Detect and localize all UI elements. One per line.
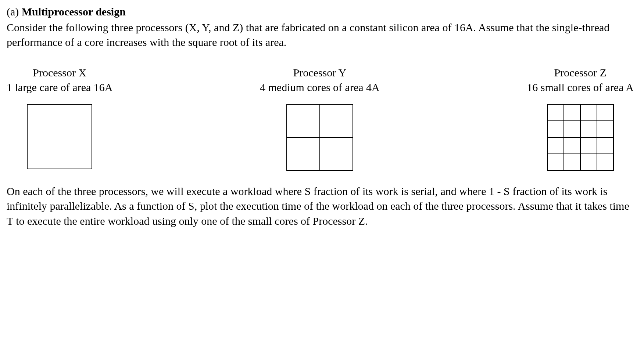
processor-z-core <box>564 154 580 170</box>
processor-y-core <box>287 104 320 137</box>
processor-y-column: Processor Y 4 medium cores of area 4A <box>260 65 380 171</box>
processor-z-core <box>547 121 564 137</box>
processor-z-desc: 16 small cores of area A <box>527 80 634 95</box>
processor-z-core <box>564 104 580 121</box>
question-paragraph: On each of the three processors, we will… <box>7 184 637 229</box>
processor-y-diagram <box>286 104 353 171</box>
processor-y-name: Processor Y <box>293 65 347 80</box>
processor-z-core <box>580 137 597 154</box>
processor-z-core <box>580 121 597 137</box>
processor-y-core <box>287 137 320 170</box>
intro-paragraph: Consider the following three processors … <box>7 20 637 50</box>
processors-row: Processor X 1 large care of area 16A Pro… <box>7 65 637 171</box>
processor-z-core <box>580 104 597 121</box>
part-title: Multiprocessor design <box>22 6 126 18</box>
processor-x-desc: 1 large care of area 16A <box>7 80 112 95</box>
processor-x-core <box>27 104 92 169</box>
processor-z-name: Processor Z <box>554 65 606 80</box>
processor-z-core <box>564 137 580 154</box>
processor-z-core <box>597 121 613 137</box>
processor-y-grid <box>286 104 353 171</box>
processor-z-core <box>547 137 564 154</box>
heading: (a) Multiprocessor design <box>7 4 637 19</box>
processor-y-desc: 4 medium cores of area 4A <box>260 80 380 95</box>
processor-z-core <box>597 137 613 154</box>
processor-z-column: Processor Z 16 small cores of area A <box>527 65 634 171</box>
processor-z-core <box>547 104 564 121</box>
part-label: (a) <box>7 6 19 18</box>
processor-z-core <box>597 104 613 121</box>
processor-z-core <box>547 154 564 170</box>
processor-x-name: Processor X <box>33 65 86 80</box>
processor-z-core <box>564 121 580 137</box>
processor-z-diagram <box>547 104 614 171</box>
processor-z-core <box>597 154 613 170</box>
processor-z-core <box>580 154 597 170</box>
processor-z-grid <box>547 104 614 171</box>
processor-y-core <box>320 104 353 137</box>
processor-y-core <box>320 137 353 170</box>
processor-x-diagram <box>27 104 92 169</box>
processor-x-column: Processor X 1 large care of area 16A <box>7 65 112 171</box>
